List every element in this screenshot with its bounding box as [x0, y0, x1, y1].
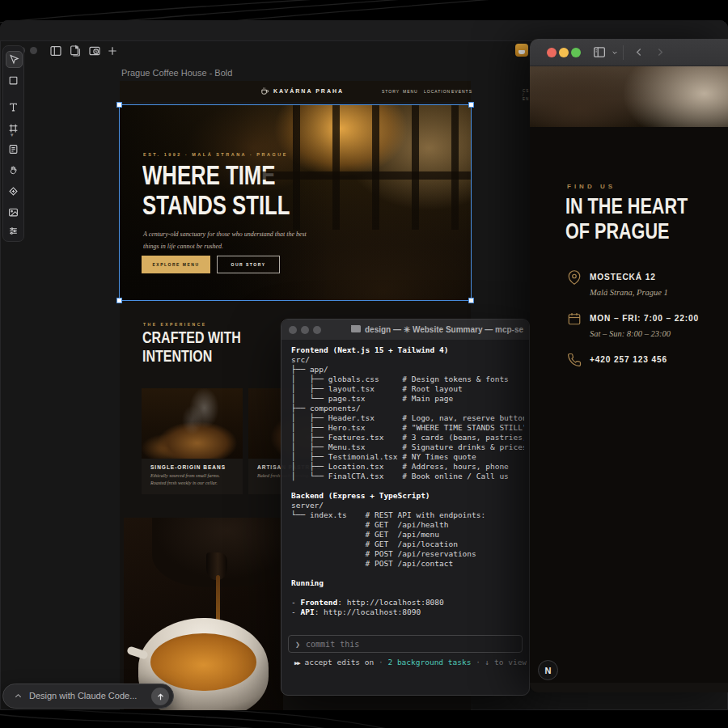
espresso-coffee-surface — [150, 633, 256, 691]
back-icon[interactable] — [633, 46, 645, 58]
frame-icon — [8, 123, 19, 133]
terminal-line: # GET /api/health — [291, 520, 524, 530]
add-tab-icon[interactable] — [106, 44, 119, 57]
diamond-icon — [8, 186, 19, 197]
settings-tool[interactable] — [6, 223, 21, 239]
select-tool[interactable] — [6, 51, 23, 68]
pages-icon[interactable] — [69, 44, 82, 57]
prompt-caret: ❯ — [295, 640, 300, 649]
terminal-line — [291, 569, 524, 578]
chevron-up-icon — [14, 692, 23, 700]
terminal-line: └── index.ts # REST API with endpoints: — [291, 510, 524, 520]
tool-sidebar: ▾ — [2, 45, 24, 242]
explore-menu-button[interactable]: EXPLORE MENU — [142, 256, 210, 273]
prompt-send-button[interactable] — [151, 688, 169, 705]
site-hero-section[interactable]: EST. 1992 · MALÁ STRANA · PRAGUE WHERE T… — [120, 105, 471, 300]
card-description: Ethically sourced from small farms. Roas… — [150, 472, 235, 487]
browser-titlebar[interactable] — [530, 39, 728, 66]
status-hint: ↓ to view — [485, 658, 527, 667]
version-history-icon[interactable] — [88, 44, 101, 57]
terminal-line: ├── app/ — [291, 365, 524, 375]
selection-handle-top-right[interactable] — [468, 102, 474, 108]
webpen-app-icon — [515, 44, 528, 57]
terminal-line: # POST /api/contact — [291, 559, 524, 569]
coffee-cup-icon — [260, 87, 269, 95]
browser-minimize-button[interactable] — [559, 48, 569, 57]
app-zoom-button[interactable] — [30, 47, 37, 54]
hero-tagline: A century-old sanctuary for those who un… — [143, 228, 307, 252]
background-tasks-link[interactable]: 2 background tasks — [387, 658, 471, 667]
text-icon — [8, 102, 19, 112]
hand-tool[interactable] — [6, 163, 21, 178]
terminal-line: │ ├── Testimonial.tsx # NY Times quote — [291, 452, 524, 462]
frame-tool[interactable] — [6, 121, 21, 136]
site-header[interactable]: KAVÁRNA PRAHA STORY MENU LOCATION EVENTS… — [120, 81, 471, 102]
site-language-switch[interactable]: CS / EN — [523, 89, 529, 101]
image-icon — [8, 207, 19, 218]
page-hero-image — [530, 66, 728, 127]
canvas-frame-label[interactable]: Prague Coffee House - Bold — [121, 68, 232, 78]
browser-zoom-button[interactable] — [571, 48, 581, 57]
terminal-line: │ ├── Header.tsx # Logo, nav, reserve bu… — [291, 413, 524, 423]
claude-prompt-placeholder[interactable]: Design with Claude Code... — [29, 691, 137, 700]
terminal-line: Frontend (Next.js 15 + Tailwind 4) — [291, 345, 524, 355]
terminal-line — [291, 481, 524, 491]
rectangle-icon — [8, 75, 19, 86]
image-tool[interactable] — [6, 205, 21, 220]
site-nav-story[interactable]: STORY — [382, 89, 400, 94]
espresso-pour-photo[interactable] — [124, 518, 283, 710]
our-story-button[interactable]: OUR STORY — [217, 256, 280, 273]
terminal-line: ├── components/ — [291, 404, 524, 413]
nextjs-dev-badge[interactable]: N — [538, 660, 558, 680]
terminal-zoom-button[interactable] — [313, 326, 321, 334]
terminal-close-button[interactable] — [289, 326, 297, 334]
toolbar-divider — [623, 45, 624, 60]
note-icon — [8, 144, 19, 154]
terminal-minimize-button[interactable] — [301, 326, 309, 334]
site-nav-location[interactable]: LOCATION — [424, 89, 451, 94]
component-tool[interactable] — [6, 184, 21, 199]
terminal-title: design — ✳ Website Summary — mcp-se — [351, 325, 527, 334]
hand-icon — [8, 165, 19, 176]
selection-handle-top-left[interactable] — [116, 102, 122, 108]
shape-tool[interactable] — [6, 73, 21, 88]
terminal-line: │ ├── Hero.tsx # "WHERE TIME STANDS STIL… — [291, 423, 524, 433]
phone-label: +420 257 123 456 — [590, 354, 667, 364]
terminal-line: │ ├── globals.css # Design tokens & font… — [291, 375, 524, 384]
terminal-line: # GET /api/location — [291, 540, 524, 549]
note-tool[interactable] — [6, 142, 21, 157]
terminal-line: Running — [291, 578, 524, 588]
claude-prompt-bar[interactable]: Design with Claude Code... — [2, 684, 174, 709]
terminal-status-line: ▶▶accept edits on · 2 background tasks ·… — [294, 658, 527, 667]
terminal-line: # POST /api/reservations — [291, 549, 524, 559]
forward-icon[interactable] — [654, 46, 666, 58]
browser-close-button[interactable] — [547, 48, 557, 57]
status-mode: accept edits on — [304, 658, 374, 667]
selection-handle-bottom-right[interactable] — [468, 298, 474, 303]
feature-card-beans[interactable]: SINGLE-ORIGIN BEANS Ethically sourced fr… — [142, 388, 243, 494]
browser-sidebar-icon[interactable] — [591, 45, 607, 59]
sliders-icon — [8, 226, 19, 236]
experience-eyebrow: THE EXPERIENCE — [143, 322, 207, 327]
location-heading: IN THE HEARTOF PRAGUE — [565, 194, 688, 244]
hero-title: WHERE TIMESTANDS STILL — [142, 160, 290, 220]
folder-icon — [351, 325, 361, 332]
prompt-text: commit this — [306, 640, 359, 649]
sidebar-chevron-icon[interactable] — [611, 49, 619, 56]
terminal-line: │ ├── Location.tsx # Address, hours, pho… — [291, 462, 524, 472]
phone-icon — [567, 353, 582, 367]
browser-window[interactable]: FIND US IN THE HEARTOF PRAGUE MOSTECKÁ 1… — [530, 39, 728, 692]
sidebar-toggle-icon[interactable] — [49, 44, 62, 57]
terminal-prompt-input[interactable]: ❯ commit this — [288, 635, 523, 653]
arrow-up-icon — [156, 692, 165, 701]
calendar-icon — [567, 311, 582, 326]
experience-title: CRAFTED WITHINTENTION — [142, 328, 241, 366]
hours-sub: Sat – Sun: 8:00 – 23:00 — [590, 329, 671, 338]
selection-handle-bottom-left[interactable] — [116, 298, 122, 303]
site-nav-events[interactable]: EVENTS — [451, 89, 472, 94]
text-tool[interactable] — [6, 99, 21, 115]
cursor-icon — [9, 54, 19, 65]
terminal-titlebar[interactable]: design — ✳ Website Summary — mcp-se — [281, 320, 529, 341]
site-nav-menu[interactable]: MENU — [403, 89, 418, 94]
terminal-window[interactable]: design — ✳ Website Summary — mcp-se Fron… — [281, 319, 530, 696]
